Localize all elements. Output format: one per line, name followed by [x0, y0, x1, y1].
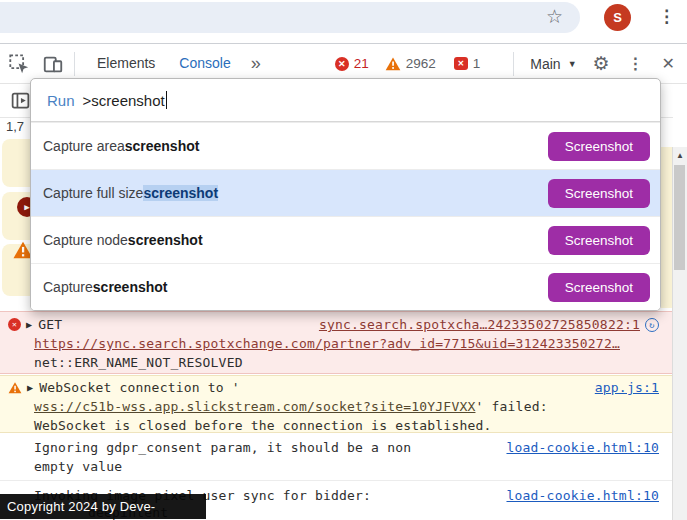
vertical-scrollbar[interactable]: ▲	[672, 147, 687, 520]
copyright-watermark: Copyright 2024 by Deve-point.com	[0, 494, 206, 519]
item-label: Capture	[43, 279, 93, 295]
palette-item-capture-full-size[interactable]: Capture full size screenshot Screenshot	[31, 169, 660, 216]
warning-count[interactable]: 2962	[406, 56, 436, 71]
warning-line-1: ▶ WebSocket connection to ' app.js:1	[8, 378, 659, 397]
screenshot-button[interactable]: Screenshot	[548, 226, 650, 255]
warning-badge-icon[interactable]	[385, 56, 401, 71]
error-detail: net::ERR_NAME_NOT_RESOLVED	[34, 353, 243, 372]
error-badge-icon[interactable]: ✕	[335, 57, 349, 71]
command-palette: Run >screenshot Capture area screenshot …	[30, 78, 661, 311]
error-circle-icon: ✕	[8, 318, 21, 331]
expand-arrow-icon[interactable]: ▶	[26, 315, 32, 334]
request-initiator-icon[interactable]: ↻	[645, 318, 659, 332]
settings-gear-icon[interactable]: ⚙	[593, 52, 610, 75]
request-url-link[interactable]: https://sync.search.spotxchange.com/part…	[34, 334, 620, 353]
palette-item-capture-area[interactable]: Capture area screenshot Screenshot	[31, 122, 660, 169]
error-line-1: ✕ ▶ GET sync.search.spotxcha…24233502725…	[8, 315, 659, 334]
log-source-link[interactable]: load-cookie.html:10	[506, 486, 659, 505]
device-toolbar-icon[interactable]	[42, 53, 64, 75]
console-log-message: Ignoring gdpr_consent param, it should b…	[0, 434, 673, 481]
command-input[interactable]: Run >screenshot	[31, 79, 660, 122]
error-count[interactable]: 21	[354, 56, 369, 71]
more-tabs-icon[interactable]: »	[247, 53, 265, 74]
browser-window: ☆ S ⋮ Elements Console » ✕ 21	[0, 0, 687, 520]
item-match-text: screenshot	[128, 232, 203, 248]
item-label: Capture node	[43, 232, 128, 248]
error-line-3: net::ERR_NAME_NOT_RESOLVED	[8, 353, 659, 372]
run-prompt-label: Run	[47, 92, 75, 109]
item-match-text: screenshot	[93, 279, 168, 295]
error-source-link[interactable]: sync.search.spotxcha…24233502725850822:1	[319, 315, 640, 334]
palette-item-capture[interactable]: Capture screenshot Screenshot	[31, 263, 660, 310]
item-match-text: screenshot	[143, 185, 218, 201]
screenshot-button[interactable]: Screenshot	[548, 273, 650, 302]
log-line-2: empty value	[34, 457, 659, 476]
console-warning-message: ▶ WebSocket connection to ' app.js:1 wss…	[0, 375, 673, 433]
warning-text: WebSocket is closed before the connectio…	[34, 416, 492, 435]
palette-item-capture-node[interactable]: Capture node screenshot Screenshot	[31, 216, 660, 263]
expand-arrow-icon[interactable]: ▶	[27, 378, 33, 397]
context-selector-label: Main	[530, 56, 560, 72]
request-method: GET	[38, 315, 62, 334]
log-text: Ignoring gdpr_consent param, it should b…	[34, 438, 411, 457]
warning-row-strip	[2, 139, 33, 187]
close-devtools-icon[interactable]: ✕	[662, 54, 675, 73]
console-hidden-count: 1,7	[6, 119, 24, 134]
profile-avatar[interactable]: S	[604, 4, 631, 31]
warning-triangle-icon	[8, 381, 22, 394]
browser-menu-icon[interactable]: ⋮	[658, 6, 675, 27]
text-caret	[166, 91, 168, 109]
inspect-element-icon[interactable]	[8, 53, 30, 75]
error-line-2: https://sync.search.spotxchange.com/part…	[8, 334, 659, 353]
command-query-text: >screenshot	[83, 92, 165, 109]
console-error-message: ✕ ▶ GET sync.search.spotxcha…24233502725…	[0, 311, 673, 374]
issues-count[interactable]: 1	[473, 56, 481, 71]
issues-badge-icon[interactable]: ✕	[454, 57, 468, 70]
status-badges: ✕ 21 2962 ✕ 1	[335, 56, 481, 71]
warning-text: WebSocket connection to '	[39, 378, 240, 397]
item-label: Capture area	[43, 138, 125, 154]
address-bar[interactable]	[0, 2, 580, 33]
chevron-down-icon: ▼	[568, 59, 577, 69]
log-text: empty value	[34, 457, 122, 476]
browser-toolbar: ☆ S ⋮	[0, 0, 687, 44]
screenshot-button[interactable]: Screenshot	[548, 179, 650, 208]
item-match-text: screenshot	[125, 138, 200, 154]
log-line-1: Ignoring gdpr_consent param, it should b…	[34, 438, 659, 457]
warning-line-3: WebSocket is closed before the connectio…	[8, 416, 659, 435]
warning-text-suffix: ' failed:	[475, 397, 547, 416]
warning-source-link[interactable]: app.js:1	[595, 378, 659, 397]
bookmark-star-icon[interactable]: ☆	[546, 6, 563, 27]
log-source-link[interactable]: load-cookie.html:10	[506, 438, 659, 457]
scroll-up-icon[interactable]: ▲	[673, 151, 687, 160]
toolbar-divider	[74, 52, 75, 76]
scrollbar-thumb[interactable]	[674, 165, 685, 270]
websocket-url-link[interactable]: wss://c51b-wss.app.slickstream.com/socke…	[34, 397, 475, 416]
toolbar-right-group: Main ▼ ⚙ ⋮ ✕	[503, 52, 679, 76]
screenshot-button[interactable]: Screenshot	[548, 132, 650, 161]
context-selector[interactable]: Main ▼	[530, 56, 576, 72]
warning-line-2: wss://c51b-wss.app.slickstream.com/socke…	[8, 397, 659, 416]
console-sidebar-icon[interactable]	[10, 90, 31, 115]
toolbar-divider	[513, 52, 514, 76]
devtools-menu-icon[interactable]: ⋮	[628, 54, 644, 73]
item-label: Capture full size	[43, 185, 143, 201]
